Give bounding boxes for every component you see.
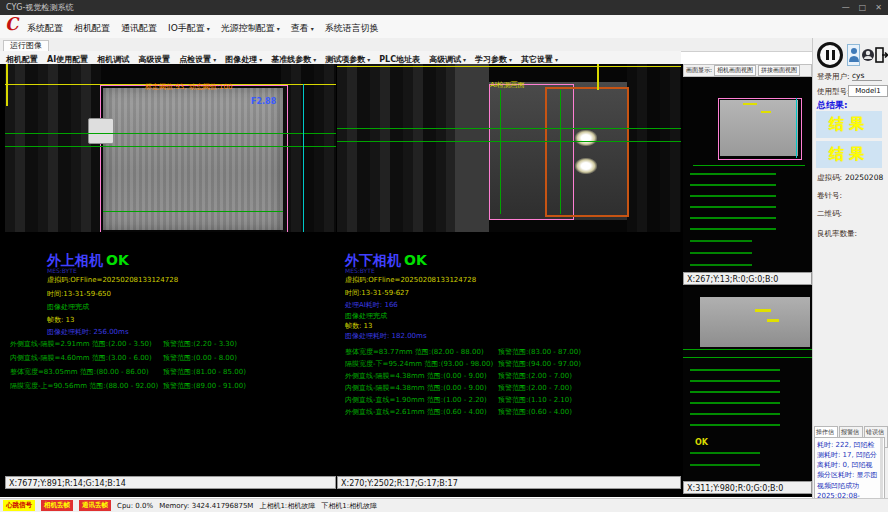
- pause-button[interactable]: [817, 42, 843, 68]
- maximize-button[interactable]: □: [859, 3, 867, 12]
- camera-dropframe-badge: 相机丢帧: [41, 500, 73, 511]
- center-barcode: 虚拟码:OFFline=20250208133124728: [345, 277, 476, 284]
- cpu-usage: Cpu: 0.0%: [117, 502, 153, 510]
- menu-bar: C 系统配置 相机配置 通讯配置 IO手配置▾ 光源控制配置▾ 查看▾ 系统语言…: [0, 15, 888, 39]
- login-user-label: 登录用户:: [817, 73, 850, 81]
- measurement-warn: 预警范围:(1.10 - 2.10): [498, 397, 572, 404]
- user-icon: [862, 47, 874, 63]
- highlight-blob: [575, 130, 597, 146]
- measure-line: [693, 165, 805, 166]
- reference-line: [796, 98, 797, 158]
- menu-comm-config[interactable]: 通讯配置: [121, 22, 157, 35]
- left-camera-image[interactable]: 标定阈值:93, 动态阈值:100 F2.88: [5, 64, 336, 232]
- main-workspace: 标定阈值:93, 动态阈值:100 F2.88 外上相机 OK MES:BYTE…: [0, 64, 812, 497]
- connector-part: [88, 118, 114, 144]
- close-button[interactable]: ✕: [875, 3, 882, 12]
- center-camera-image[interactable]: AI检测画面: [337, 64, 681, 232]
- menu-io-config[interactable]: IO手配置▾: [168, 22, 210, 35]
- roi-pink-box: [718, 98, 802, 160]
- log-scrollbar[interactable]: [880, 438, 883, 498]
- measure-line: [103, 211, 283, 212]
- center-pixel-statusbar: X:270;Y:2502;R:17;G:17;B:17: [337, 476, 681, 489]
- measurement-warn: 预警范围:(2.20 - 3.30): [163, 341, 237, 348]
- measurement-row: 隔膜宽度-上=90.56mm 范围:(88.00 - 92.00): [10, 383, 158, 390]
- view-mode-header: 画面显示: 相机画面视图 拼接画面视图: [683, 64, 812, 77]
- chevron-down-icon: ▾: [213, 56, 216, 63]
- qr-code-label: 二维码:: [817, 210, 842, 218]
- upper-camera-status: 上相机1:相机故障: [259, 501, 315, 511]
- calibration-line: [337, 66, 681, 67]
- lower-camera-status: 下相机1:相机故障: [321, 501, 377, 511]
- total-result-label: 总结果:: [817, 101, 848, 110]
- micro-text-block: [690, 452, 760, 476]
- heartbeat-badge: 心跳信号: [3, 500, 35, 511]
- small-bottom-camera-image[interactable]: OK: [683, 287, 812, 480]
- micro-text-block: [690, 240, 752, 266]
- login-user-value[interactable]: cys: [852, 72, 882, 81]
- chevron-down-icon: ▾: [311, 25, 314, 32]
- measure-line: [337, 141, 681, 142]
- measurement-warn: 预警范围:(81.00 - 85.00): [163, 369, 246, 376]
- view-mode-label: 画面显示:: [686, 66, 712, 75]
- measurement-row: 外侧直线-直线=2.61mm 范围:(0.60 - 4.00): [345, 409, 487, 416]
- left-result-title: 外上相机: [47, 253, 103, 267]
- measurement-row: 内侧直线-隔膜=4.38mm 范围:(0.00 - 9.00): [345, 385, 487, 392]
- minimize-button[interactable]: —: [842, 3, 850, 12]
- menu-language-switch[interactable]: 系统语言切换: [325, 22, 379, 35]
- menu-camera-config[interactable]: 相机配置: [74, 22, 110, 35]
- logout-door-icon: [875, 47, 888, 63]
- comm-dropframe-badge: 通讯丢帧: [79, 500, 111, 511]
- value-overlay: F2.88: [251, 98, 276, 106]
- user-active-button[interactable]: [847, 44, 860, 66]
- measurement-row: 内侧直线-隔膜=4.60mm 范围:(3.00 - 6.00): [10, 355, 152, 362]
- menu-light-config[interactable]: 光源控制配置▾: [221, 22, 280, 35]
- measurement-warn: 预警范围:(89.00 - 91.00): [163, 383, 246, 390]
- overlay-mark: [755, 309, 771, 312]
- center-done: 图像处理完成: [345, 313, 387, 320]
- center-elapsed: 图像处理耗时: 182.00ms: [345, 333, 427, 340]
- model-label: 使用型号:: [817, 88, 850, 96]
- measure-line: [560, 90, 561, 214]
- barcode-value: 20250208: [845, 174, 883, 182]
- measure-line: [5, 146, 336, 147]
- result-box-top: 结果: [816, 111, 882, 138]
- result-text: 结果: [829, 145, 869, 164]
- measurement-row: 内侧直线-直线=1.90mm 范围:(1.00 - 2.20): [345, 397, 487, 404]
- log-text-area: 耗时: 222, 凹陷检测耗时: 17, 凹陷分离耗时: 0, 凹陷视频分区耗时…: [814, 437, 885, 499]
- left-pixel-statusbar: X:7677;Y:891;R:14;G:14;B:14: [5, 476, 336, 489]
- edge-marker-line: [597, 64, 599, 90]
- edge-marker-line: [6, 64, 8, 106]
- chevron-down-icon: ▾: [367, 56, 370, 63]
- measurement-row: 隔膜宽度-下=95.24mm 范围:(93.00 - 98.00): [345, 361, 493, 368]
- title-bar: CYG-视觉检测系统 — □ ✕: [0, 0, 888, 15]
- chevron-down-icon: ▾: [207, 25, 210, 32]
- memory-usage: Memory: 3424.41796875M: [159, 502, 253, 510]
- chevron-down-icon: ▾: [277, 25, 280, 32]
- measurement-row: 外侧直线-隔膜=4.38mm 范围:(0.00 - 9.00): [345, 373, 487, 380]
- overlay-mark: [743, 103, 757, 105]
- user-button[interactable]: [861, 44, 874, 66]
- measure-line: [683, 349, 812, 350]
- tab-stitch-view[interactable]: 拼接画面视图: [758, 65, 800, 76]
- micro-text-block: [690, 173, 776, 239]
- machinery-texture: [627, 64, 681, 232]
- measure-line: [337, 128, 681, 129]
- chevron-down-icon: ▾: [509, 56, 512, 63]
- menu-system-config[interactable]: 系统配置: [27, 22, 63, 35]
- user-icon: [849, 47, 859, 63]
- ai-view-label: AI检测画面: [490, 82, 525, 89]
- model-input[interactable]: Model1: [848, 85, 888, 97]
- exit-button[interactable]: [875, 44, 888, 66]
- measurement-warn: 预警范围:(83.00 - 87.00): [498, 349, 581, 356]
- small-top-pixel-statusbar: X:267;Y:13;R:0;G:0;B:0: [683, 272, 812, 285]
- roi-pink-box: [100, 85, 288, 232]
- left-time: 时间:13-31-59-650: [47, 291, 111, 298]
- menu-view[interactable]: 查看▾: [291, 22, 314, 35]
- reference-line: [303, 84, 304, 232]
- measurement-warn: 预警范围:(94.00 - 97.00): [498, 361, 581, 368]
- left-frame: 帧数: 13: [47, 317, 75, 324]
- tab-camera-view[interactable]: 相机画面视图: [714, 65, 756, 76]
- small-top-camera-image[interactable]: [683, 77, 812, 272]
- measurement-warn: 预警范围:(2.00 - 7.00): [498, 385, 572, 392]
- window-title: CYG-视觉检测系统: [6, 4, 73, 12]
